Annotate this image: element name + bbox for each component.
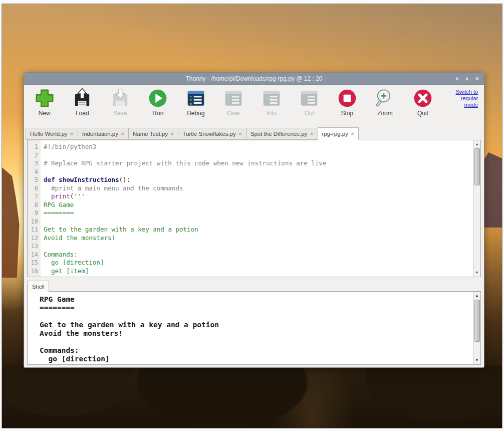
tab-shell[interactable]: Shell: [27, 281, 49, 292]
tab-hello-world[interactable]: Hello World.py✕: [26, 128, 78, 140]
shell-output-line: Commands:: [40, 346, 472, 355]
window-title: Thonny - /home/pi/Downloads/rpg-rpg.py @…: [24, 75, 484, 82]
tab-spot-the-difference[interactable]: Spot the Difference.py✕: [246, 128, 318, 140]
shell-output-line: RPG Game: [40, 295, 472, 304]
code-text: Get to the garden with a key and a potio…: [41, 226, 198, 234]
forest-silhouette: [2, 365, 502, 428]
load-button[interactable]: Load: [70, 88, 95, 117]
maximize-icon[interactable]: ∧: [465, 73, 469, 85]
code-line: 8RPG Game: [28, 201, 472, 209]
load-floppy-up-icon: [72, 88, 93, 109]
load-label: Load: [76, 110, 89, 117]
code-text: [41, 151, 48, 160]
code-editor[interactable]: 1#!/bin/python32 3# Replace RPG starter …: [27, 140, 481, 277]
editor-scrollbar[interactable]: ▲ ▼: [473, 140, 480, 277]
scrollbar-thumb[interactable]: [474, 148, 480, 185]
tab-close-icon[interactable]: ✕: [170, 131, 174, 136]
tab-close-icon[interactable]: ✕: [310, 131, 313, 136]
stop-label: Stop: [341, 110, 354, 117]
save-floppy-down-icon: [110, 88, 131, 109]
tab-close-icon[interactable]: ✕: [70, 131, 74, 136]
line-number: 6: [28, 184, 41, 193]
shell-scrollbar[interactable]: ▲ ▼: [473, 292, 480, 364]
code-text: [41, 168, 48, 176]
switch-mode-link[interactable]: Switch to regular mode: [448, 88, 478, 108]
code-text: [41, 218, 48, 226]
step-into-label: Into: [267, 110, 277, 117]
line-number: 2: [28, 151, 41, 160]
thonny-window: Thonny - /home/pi/Downloads/rpg-rpg.py @…: [24, 72, 484, 368]
code-line: 11Get to the garden with a key and a pot…: [28, 226, 472, 234]
shell-output-line: Get to the garden with a key and a potio…: [40, 321, 472, 329]
code-text: ========: [41, 209, 74, 218]
code-line: 4: [28, 168, 472, 176]
stop-button[interactable]: Stop: [335, 88, 360, 117]
minimize-icon[interactable]: ∨: [455, 73, 459, 85]
line-number: 14: [28, 251, 41, 259]
line-number: 12: [28, 234, 41, 243]
shell-output-line: [40, 312, 472, 321]
code-line: 14Commands:: [28, 251, 472, 259]
run-label: Run: [152, 110, 163, 117]
line-number: 4: [28, 168, 41, 176]
shell-output-line: Avoid the monsters!: [40, 329, 472, 338]
titlebar[interactable]: Thonny - /home/pi/Downloads/rpg-rpg.py @…: [24, 73, 484, 85]
code-text: Avoid the monsters!: [41, 234, 115, 243]
new-plus-icon: [34, 88, 55, 109]
line-number: 10: [28, 218, 41, 226]
tab-rpg-rpg[interactable]: rpg-rpg.py✕: [318, 127, 359, 140]
quit-label: Quit: [417, 110, 428, 117]
step-over-icon: [223, 88, 244, 109]
zoom-magnifier-icon: [374, 88, 395, 109]
shell-output[interactable]: RPG Game======== Get to the garden with …: [27, 291, 481, 365]
code-line: 6 #print a main menu and the commands: [28, 184, 472, 193]
code-text: #!/bin/python3: [41, 143, 96, 151]
code-text: go [direction]: [41, 259, 104, 267]
quit-button[interactable]: Quit: [410, 88, 435, 117]
line-number: 3: [28, 159, 41, 168]
new-button[interactable]: New: [32, 88, 57, 117]
code-text: [41, 242, 48, 251]
step-over-button: Over: [221, 88, 246, 117]
line-number: 13: [28, 242, 41, 251]
scrollbar-down-icon[interactable]: ▼: [473, 269, 480, 276]
tab-name-test[interactable]: Name Test.py✕: [128, 128, 178, 140]
debug-button[interactable]: Debug: [183, 88, 208, 117]
close-icon[interactable]: ✕: [475, 73, 479, 85]
tab-close-icon[interactable]: ✕: [121, 131, 124, 136]
code-line: 16 get [item]: [28, 267, 472, 276]
scrollbar-down-icon[interactable]: ▼: [473, 357, 480, 364]
photo-frame: Thonny - /home/pi/Downloads/rpg-rpg.py @…: [0, 0, 504, 431]
tab-close-icon[interactable]: ✕: [351, 131, 354, 136]
line-number: 9: [28, 209, 41, 218]
save-button: Save: [108, 88, 133, 117]
step-over-label: Over: [227, 110, 240, 117]
tab-turtle-snowflakes[interactable]: Turtle Snowflakes.py✕: [178, 128, 246, 140]
code-line: 9========: [28, 209, 472, 218]
code-line: 3# Replace RPG starter project with this…: [28, 159, 472, 168]
tab-close-icon[interactable]: ✕: [238, 131, 242, 136]
zoom-label: Zoom: [377, 110, 393, 117]
step-into-icon: [261, 88, 282, 109]
zoom-button[interactable]: Zoom: [373, 88, 398, 117]
scrollbar-up-icon[interactable]: ▲: [473, 141, 480, 148]
run-button[interactable]: Run: [146, 88, 171, 117]
code-line: 5def showInstructions():: [28, 176, 472, 184]
debug-label: Debug: [187, 110, 204, 117]
step-out-button: Out: [297, 88, 322, 117]
code-text: def showInstructions():: [41, 176, 130, 184]
shell-output-line: ========: [40, 304, 472, 312]
editor-tab-bar: Hello World.py✕ Indentation.py✕ Name Tes…: [24, 127, 484, 140]
code-line: 15 go [direction]: [28, 259, 472, 267]
tab-indentation[interactable]: Indentation.py✕: [78, 128, 129, 140]
code-line: 2: [28, 151, 472, 160]
shell-lines: RPG Game======== Get to the garden with …: [28, 295, 472, 365]
scrollbar-up-icon[interactable]: ▲: [473, 292, 480, 299]
scrollbar-thumb[interactable]: [474, 300, 480, 342]
code-text: #print a main menu and the commands: [41, 184, 183, 193]
code-text: RPG Game: [41, 201, 74, 209]
line-number: 5: [28, 176, 41, 184]
line-number: 7: [28, 192, 41, 201]
step-into-button: Into: [259, 88, 284, 117]
code-text: Commands:: [41, 251, 78, 259]
